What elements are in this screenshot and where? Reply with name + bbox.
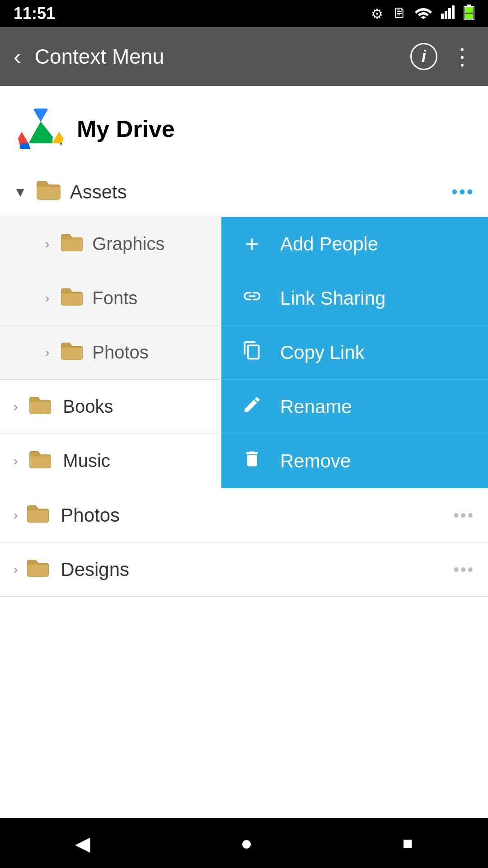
assets-chevron-down-icon: ▼ (14, 184, 27, 200)
music-folder-icon (29, 449, 52, 473)
graphics-label: Graphics (92, 234, 164, 254)
info-icon: i (422, 47, 426, 66)
sub-items-section: › Graphics › Fonts (0, 217, 488, 488)
back-button[interactable]: ‹ (14, 43, 21, 70)
remove-button[interactable]: Remove (221, 434, 488, 488)
copy-link-button[interactable]: Copy Link (221, 326, 488, 380)
photos-sub-folder-icon (61, 340, 83, 365)
nav-home-button[interactable]: ● (240, 832, 253, 854)
svg-rect-6 (465, 7, 473, 13)
designs-more-button[interactable]: ••• (453, 560, 474, 579)
settings-status-icon: ⚙ (371, 6, 383, 22)
file-tree: ▼ Assets ••• › Graphics (0, 167, 488, 597)
svg-rect-5 (467, 5, 471, 6)
drive-logo-icon (18, 108, 63, 149)
more-options-button[interactable]: ⋮ (451, 43, 474, 70)
copy-link-label: Copy Link (280, 342, 365, 363)
app-bar-title: Context Menu (35, 44, 397, 69)
bottom-nav-bar: ◀ ● ■ (0, 818, 488, 868)
add-people-icon: + (239, 231, 264, 258)
assets-more-button[interactable]: ••• (451, 182, 474, 202)
photos-sub-label: Photos (92, 342, 149, 363)
battery-icon (464, 5, 474, 23)
designs-folder-icon (27, 557, 49, 583)
music-label: Music (63, 451, 110, 471)
list-item[interactable]: › Photos ••• (0, 488, 488, 542)
fonts-label: Fonts (92, 288, 137, 308)
copy-link-icon (239, 340, 264, 365)
rename-icon (239, 395, 264, 419)
nav-back-button[interactable]: ◀ (75, 832, 90, 855)
add-people-button[interactable]: + Add People (221, 217, 488, 271)
link-sharing-button[interactable]: Link Sharing (221, 271, 488, 326)
list-item[interactable]: › Designs ••• (0, 542, 488, 597)
svg-rect-1 (445, 11, 447, 19)
assets-row[interactable]: ▼ Assets ••• (0, 167, 488, 217)
fonts-folder-icon (61, 286, 83, 311)
link-icon (239, 286, 264, 311)
assets-label: Assets (70, 181, 451, 203)
signal-icon (441, 5, 455, 22)
rename-button[interactable]: Rename (221, 380, 488, 434)
status-time: 11:51 (14, 4, 55, 23)
photos-sub-chevron-icon: › (45, 345, 49, 360)
assets-folder-icon (36, 179, 61, 206)
designs-chevron-icon: › (14, 562, 18, 577)
add-people-label: Add People (280, 233, 378, 255)
svg-rect-3 (452, 5, 455, 19)
books-chevron-icon: › (14, 400, 18, 414)
svg-rect-2 (448, 8, 451, 19)
remove-label: Remove (280, 450, 351, 472)
photos-root-label: Photos (61, 505, 453, 526)
rename-label: Rename (280, 396, 352, 418)
drive-title: My Drive (77, 115, 175, 142)
info-button[interactable]: i (410, 43, 437, 70)
graphics-chevron-icon: › (45, 237, 49, 251)
books-label: Books (63, 396, 113, 417)
photos-more-button[interactable]: ••• (453, 506, 474, 525)
wifi-icon (415, 5, 432, 22)
sim-status-icon: 🖹 (392, 6, 406, 21)
status-bar: 11:51 ⚙ 🖹 (0, 0, 488, 27)
music-chevron-icon: › (14, 454, 18, 468)
remove-icon (239, 449, 264, 473)
svg-rect-0 (441, 14, 444, 19)
designs-label: Designs (61, 559, 453, 580)
svg-rect-7 (465, 14, 473, 19)
nav-recent-button[interactable]: ■ (403, 834, 413, 853)
context-menu: + Add People Link Sharing Co (221, 217, 488, 488)
photos-root-folder-icon (27, 502, 49, 528)
books-folder-icon (29, 395, 52, 419)
link-sharing-label: Link Sharing (280, 288, 385, 309)
fonts-chevron-icon: › (45, 291, 49, 306)
graphics-folder-icon (61, 232, 83, 256)
status-icons: ⚙ 🖹 (371, 5, 474, 23)
photos-root-chevron-icon: › (14, 508, 18, 523)
app-bar: ‹ Context Menu i ⋮ (0, 27, 488, 86)
drive-header: My Drive (0, 86, 488, 167)
